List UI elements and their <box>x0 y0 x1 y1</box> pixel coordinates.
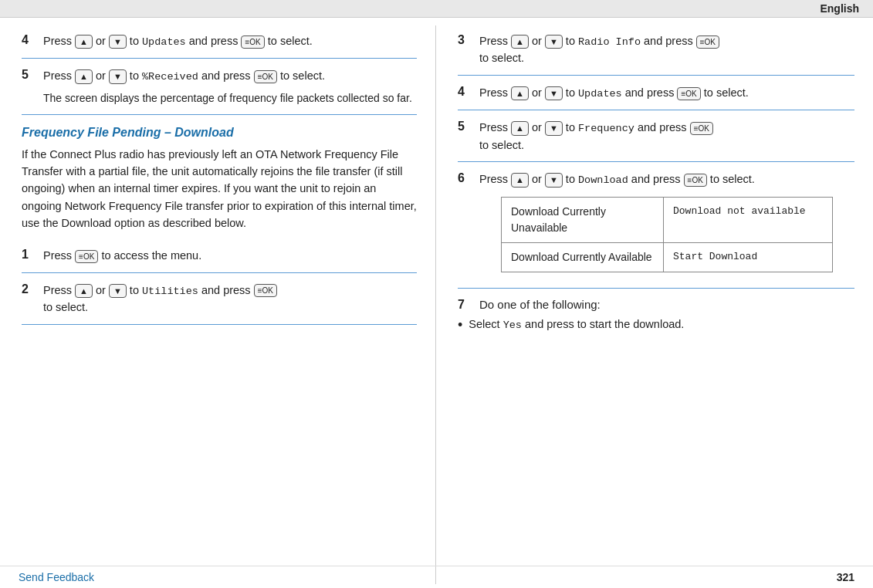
section-heading: Frequency File Pending – Download <box>22 126 417 140</box>
table-cell-2-right: Start Download <box>664 243 832 272</box>
right-step-6: 6 Press ▲ or ▼ to Download and press ≡OK… <box>458 164 854 288</box>
up-arrow-r4: ▲ <box>511 86 529 100</box>
left-step-4-content: Press ▲ or ▼ to Updates and press ≡OK to… <box>43 33 417 50</box>
right-step-5-to: to <box>566 121 578 133</box>
send-feedback-link[interactable]: Send Feedback <box>19 571 94 583</box>
table-row-1: Download Currently Unavailable Download … <box>502 198 832 243</box>
table-row-2: Download Currently Available Start Downl… <box>502 243 832 272</box>
right-step-4-or: or <box>532 86 545 99</box>
sub-step-2: 2 Press ▲ or ▼ to Utilities and press ≡O… <box>22 275 417 325</box>
right-column: 3 Press ▲ or ▼ to Radio Info and press ≡… <box>436 25 873 584</box>
right-step-3-to: to <box>566 35 578 47</box>
right-step-3-mono: Radio Info <box>578 36 641 48</box>
ok-btn-r4: ≡OK <box>677 87 700 100</box>
down-arrow-icon-sub2: ▼ <box>109 284 127 298</box>
right-step-6-andpress: and press <box>628 173 684 185</box>
left-step-4: 4 Press ▲ or ▼ to Updates and press ≡OK … <box>22 25 417 59</box>
left-step-5-number: 5 <box>22 68 43 106</box>
right-step-4-mono: Updates <box>578 88 622 100</box>
right-step-5-content: Press ▲ or ▼ to Frequency and press ≡OK … <box>479 120 854 154</box>
left-step-4-andpress: and press <box>186 35 242 47</box>
sub-step-2-mono: Utilities <box>142 286 198 297</box>
right-step-4-number: 4 <box>458 85 479 102</box>
left-step-4-tosel: to select. <box>265 35 313 47</box>
ok-btn-left-4: ≡OK <box>241 35 264 49</box>
right-step-6-content: Press ▲ or ▼ to Download and press ≡OK t… <box>479 171 854 279</box>
page-number: 321 <box>837 571 854 583</box>
right-step-5-tosel: to select. <box>479 139 524 151</box>
left-step-5-tosel: to select. <box>277 69 325 82</box>
down-arrow-r3: ▼ <box>545 35 563 49</box>
right-step-5-or: or <box>532 121 545 133</box>
right-step-4-tosel: to select. <box>701 86 749 99</box>
up-arrow-icon: ▲ <box>75 35 93 49</box>
right-step-4-press: Press <box>479 86 511 99</box>
bullet-item-1: • Select Yes and press to start the down… <box>458 318 854 333</box>
left-step-5-mono: %Received <box>142 71 198 83</box>
right-step-6-mono: Download <box>578 174 628 186</box>
header-bar: English <box>0 0 873 18</box>
sub-step-1-number: 1 <box>22 248 43 265</box>
left-step-5-content: Press ▲ or ▼ to %Received and press ≡OK … <box>43 68 417 106</box>
sub-step-2-press: Press <box>43 284 75 296</box>
down-arrow-r4: ▼ <box>545 86 563 100</box>
left-step-4-to: to <box>130 35 142 47</box>
up-arrow-r3: ▲ <box>511 35 529 49</box>
download-table: Download Currently Unavailable Download … <box>501 197 833 272</box>
right-step-4-andpress: and press <box>622 86 678 99</box>
footer-bar: Send Feedback 321 <box>0 566 873 588</box>
sub-step-2-to: to <box>130 284 142 296</box>
right-step-4-content: Press ▲ or ▼ to Updates and press ≡OK to… <box>479 85 854 102</box>
sub-step-2-andpress: and press <box>198 284 254 296</box>
right-step-5-press: Press <box>479 121 511 133</box>
table-cell-1-right: Download not available <box>664 198 832 242</box>
up-arrow-r6: ▲ <box>511 173 529 187</box>
right-step-6-press: Press <box>479 173 511 185</box>
table-cell-2-left: Download Currently Available <box>502 243 664 272</box>
down-arrow-r5: ▼ <box>545 121 563 135</box>
right-step-3-content: Press ▲ or ▼ to Radio Info and press ≡OK… <box>479 33 854 67</box>
sub-step-2-content: Press ▲ or ▼ to Utilities and press ≡OK … <box>43 282 417 316</box>
right-step-4: 4 Press ▲ or ▼ to Updates and press ≡OK … <box>458 77 854 110</box>
bullet-dot-1: • <box>458 318 462 333</box>
sub-step-2-or: or <box>96 284 109 296</box>
right-step-6-or: or <box>532 173 545 185</box>
left-step-5-andpress: and press <box>198 69 254 82</box>
left-step-5-to: to <box>130 69 142 82</box>
down-arrow-icon-5: ▼ <box>109 69 127 83</box>
left-step-4-number: 4 <box>22 33 43 50</box>
up-arrow-r5: ▲ <box>511 121 529 135</box>
sub-step-1: 1 Press ≡OK to access the menu. <box>22 240 417 273</box>
ok-btn-r3: ≡OK <box>696 35 719 49</box>
sub-step-1-content: Press ≡OK to access the menu. <box>43 248 417 265</box>
right-step-6-number: 6 <box>458 171 479 279</box>
sub-step-1-press: Press <box>43 249 75 262</box>
right-step-7-label: 7 Do one of the following: <box>458 298 854 312</box>
page-body: 4 Press ▲ or ▼ to Updates and press ≡OK … <box>0 18 873 584</box>
right-step-4-to: to <box>566 86 578 99</box>
left-step-4-mono: Updates <box>142 36 186 48</box>
left-step-5-note: The screen displays the percentage of fr… <box>43 90 417 106</box>
right-step-5-andpress: and press <box>634 121 690 133</box>
ok-btn-left-5: ≡OK <box>254 70 277 83</box>
ok-btn-sub2: ≡OK <box>254 284 277 297</box>
left-step-4-text: Press <box>43 35 75 47</box>
ok-btn-r6: ≡OK <box>684 174 707 187</box>
down-arrow-icon: ▼ <box>109 35 127 49</box>
right-step-7-number: 7 <box>458 298 479 312</box>
right-step-7: 7 Do one of the following: • Select Yes … <box>458 290 854 333</box>
right-step-5-number: 5 <box>458 120 479 154</box>
right-step-3-or: or <box>532 35 545 47</box>
right-step-5: 5 Press ▲ or ▼ to Frequency and press ≡O… <box>458 112 854 162</box>
bullet-1-text: Select Yes and press to start the downlo… <box>469 318 684 331</box>
up-arrow-icon-5: ▲ <box>75 69 93 83</box>
sub-step-2-number: 2 <box>22 282 43 316</box>
right-step-3-andpress: and press <box>641 35 696 47</box>
right-step-7-text: Do one of the following: <box>479 298 601 312</box>
right-step-3-number: 3 <box>458 33 479 67</box>
sub-step-2-tosel: to select. <box>43 301 88 313</box>
yes-mono: Yes <box>503 319 522 331</box>
right-step-3: 3 Press ▲ or ▼ to Radio Info and press ≡… <box>458 25 854 76</box>
right-step-3-press: Press <box>479 35 511 47</box>
left-step-5-text: Press <box>43 69 75 82</box>
